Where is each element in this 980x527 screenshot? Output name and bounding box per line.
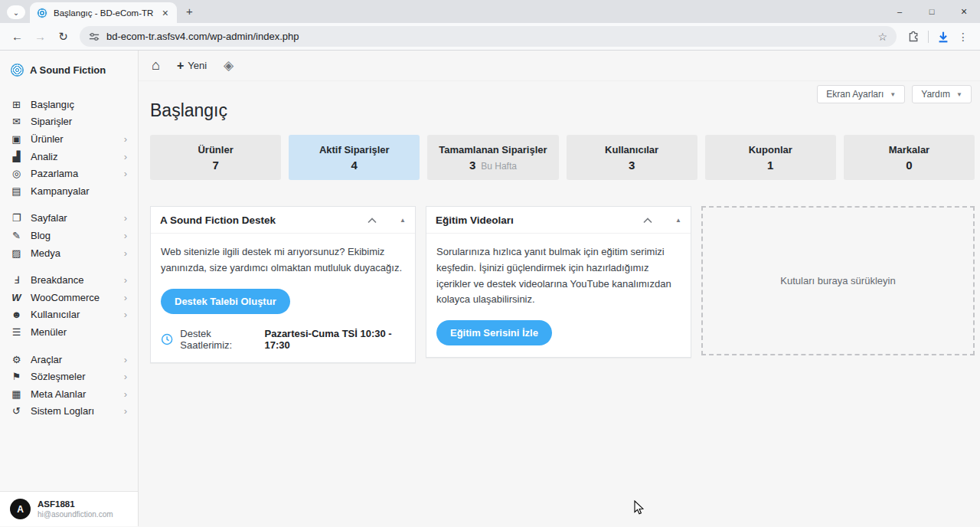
sidebar-item-pazarlama[interactable]: ◎Pazarlama› xyxy=(0,165,138,182)
user-card[interactable]: A ASF1881 hi@asoundfiction.com xyxy=(0,491,138,526)
stat-value: 0 xyxy=(906,159,912,172)
sidebar-item-label: Menüler xyxy=(31,326,67,338)
screen-options-button[interactable]: Ekran Ayarları ▼ xyxy=(817,85,905,103)
home-icon[interactable]: ⌂ xyxy=(152,57,160,74)
chevron-right-icon: › xyxy=(124,292,127,303)
breakdance-icon: Ⅎ xyxy=(11,274,22,286)
chevron-right-icon: › xyxy=(124,247,127,259)
videos-widget: Eğitim Videoları ▲ Sorularınıza hızlıca … xyxy=(426,206,691,358)
restore-button[interactable]: □ xyxy=(916,0,948,23)
sidebar-item-araclar[interactable]: ⚙Araçlar› xyxy=(0,351,138,368)
sidebar-item-siparisler[interactable]: ✉Siparişler xyxy=(0,113,138,131)
stat-card-markalar[interactable]: Markalar 0 xyxy=(844,135,975,180)
breakdance-builder-icon[interactable]: ◈ xyxy=(224,57,234,74)
stat-label: Markalar xyxy=(889,144,929,155)
chevron-right-icon: › xyxy=(124,133,127,145)
admin-app: A Sound Fiction ⊞Başlangıç ✉Siparişler ▣… xyxy=(0,51,980,526)
sidebar-item-baslangic[interactable]: ⊞Başlangıç xyxy=(0,96,138,113)
sidebar-item-label: Araçlar xyxy=(31,354,62,365)
videos-widget-text: Sorularınıza hızlıca yanıt bulmak için e… xyxy=(436,244,681,308)
tab-close-icon[interactable]: × xyxy=(161,7,170,19)
brand[interactable]: A Sound Fiction xyxy=(0,51,138,77)
browser-tab[interactable]: Başlangıç - BD-eCom-TR × xyxy=(30,2,177,23)
sidebar-item-breakdance[interactable]: ℲBreakdance› xyxy=(0,271,138,289)
collapse-triangle-icon[interactable]: ▲ xyxy=(675,217,681,224)
support-widget-header[interactable]: A Sound Fiction Destek ▲ xyxy=(151,207,415,234)
sidebar-item-sozlesmeler[interactable]: ⚑Sözleşmeler› xyxy=(0,368,138,385)
videos-widget-header[interactable]: Eğitim Videoları ▲ xyxy=(426,207,691,234)
close-window-button[interactable]: × xyxy=(948,0,980,23)
chevron-right-icon: › xyxy=(124,388,127,400)
tab-search-icon: ⌄ xyxy=(13,8,19,17)
marketing-icon: ◎ xyxy=(11,168,22,179)
stat-card-kuponlar[interactable]: Kuponlar 1 xyxy=(705,135,836,180)
address-bar[interactable]: bd-ecom-tr.asfsv4.com/wp-admin/index.php… xyxy=(80,26,897,47)
chevron-right-icon: › xyxy=(124,405,127,417)
menus-icon: ☰ xyxy=(11,326,22,338)
screen-options-label: Ekran Ayarları xyxy=(826,89,884,100)
meta-fields-icon: ▦ xyxy=(11,388,22,400)
sidebar-item-blog[interactable]: ✎Blog› xyxy=(0,227,138,244)
stat-label: Kullanıcılar xyxy=(605,144,658,155)
caret-down-icon: ▼ xyxy=(956,91,962,98)
tab-title: Başlangıç - BD-eCom-TR xyxy=(54,8,161,18)
sidebar-item-kullanicilar[interactable]: ☻Kullanıcılar› xyxy=(0,306,138,324)
download-icon[interactable] xyxy=(936,30,950,44)
sidebar-item-label: Ürünler xyxy=(31,133,64,145)
stat-cards-row: Ürünler 7 Aktif Siparişler 4 Tamamlanan … xyxy=(150,135,975,180)
widget-title: A Sound Fiction Destek xyxy=(160,214,368,226)
sidebar-item-label: Sözleşmeler xyxy=(31,371,86,382)
chevron-right-icon: › xyxy=(124,151,127,162)
sidebar-item-kampanyalar[interactable]: ▤Kampanyalar xyxy=(0,182,138,200)
collapse-chevron-icon[interactable] xyxy=(643,218,652,224)
site-settings-icon[interactable] xyxy=(89,31,100,42)
minimize-button[interactable]: – xyxy=(884,0,916,23)
create-support-ticket-button[interactable]: Destek Talebi Oluştur xyxy=(161,289,290,314)
sidebar-item-label: Breakdance xyxy=(31,274,83,286)
sidebar-item-sistem-loglari[interactable]: ↺Sistem Logları› xyxy=(0,403,138,421)
forward-icon[interactable]: → xyxy=(30,26,51,47)
help-button[interactable]: Yardım ▼ xyxy=(912,85,972,103)
sidebar-item-sayfalar[interactable]: ❐Sayfalar› xyxy=(0,210,138,227)
extensions-icon[interactable] xyxy=(907,30,920,43)
collapse-triangle-icon[interactable]: ▲ xyxy=(400,217,406,224)
stat-card-urunler[interactable]: Ürünler 7 xyxy=(150,135,281,180)
browser-menu-icon[interactable]: ⋮ xyxy=(958,31,969,43)
url-text[interactable]: bd-ecom-tr.asfsv4.com/wp-admin/index.php xyxy=(106,31,871,42)
back-icon[interactable]: ← xyxy=(7,26,28,47)
window-controls: – □ × xyxy=(884,0,980,23)
stat-card-aktif-siparisler[interactable]: Aktif Siparişler 4 xyxy=(289,135,420,180)
sidebar-item-label: Kullanıcılar xyxy=(31,309,80,320)
sidebar-item-woocommerce[interactable]: WWooCommerce› xyxy=(0,289,138,306)
media-icon: ▨ xyxy=(11,247,22,259)
sidebar-item-medya[interactable]: ▨Medya› xyxy=(0,244,138,262)
pages-icon: ❐ xyxy=(11,212,22,224)
stat-value: 4 xyxy=(351,159,358,172)
collapse-chevron-icon[interactable] xyxy=(368,218,377,224)
users-icon: ☻ xyxy=(11,309,22,320)
sidebar-item-menuler[interactable]: ☰Menüler xyxy=(0,323,138,341)
caret-down-icon: ▼ xyxy=(890,91,896,98)
chevron-right-icon: › xyxy=(124,274,127,286)
new-content-button[interactable]: + Yeni xyxy=(177,59,207,73)
new-tab-button[interactable]: + xyxy=(186,5,193,18)
watch-training-series-button[interactable]: Eğitim Serisini İzle xyxy=(436,320,552,345)
widgets-row: A Sound Fiction Destek ▲ Web sitenizle i… xyxy=(150,206,975,363)
blog-icon: ✎ xyxy=(11,230,22,241)
brand-name: A Sound Fiction xyxy=(30,64,106,76)
stat-card-tamamlanan-siparisler[interactable]: Tamamlanan Siparişler 3 Bu Hafta xyxy=(427,135,558,180)
dropzone-text: Kutuları buraya sürükleyin xyxy=(780,275,895,286)
sidebar-item-meta-alanlar[interactable]: ▦Meta Alanlar› xyxy=(0,385,138,403)
reload-icon[interactable]: ↻ xyxy=(53,26,74,47)
divider xyxy=(928,31,929,43)
widget-dropzone[interactable]: Kutuları buraya sürükleyin xyxy=(701,206,975,355)
stat-card-kullanicilar[interactable]: Kullanıcılar 3 xyxy=(567,135,697,180)
bookmark-star-icon[interactable]: ☆ xyxy=(877,31,887,43)
tab-search-button[interactable]: ⌄ xyxy=(7,5,25,19)
navbar-right: ⋮ xyxy=(903,30,973,44)
user-name: ASF1881 xyxy=(38,499,113,509)
sidebar-item-urunler[interactable]: ▣Ürünler› xyxy=(0,130,138,148)
support-hours-label: Destek Saatlerimiz: xyxy=(180,328,257,351)
campaigns-icon: ▤ xyxy=(11,185,22,197)
sidebar-item-analiz[interactable]: ▟Analiz› xyxy=(0,148,138,165)
